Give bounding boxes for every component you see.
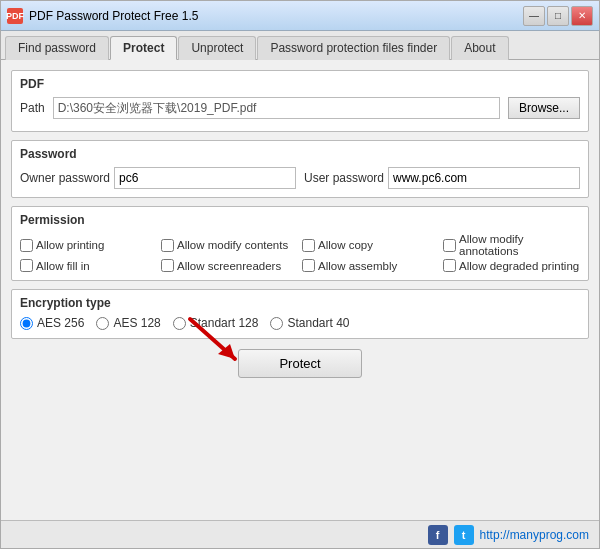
perm-allow-modify-annotations[interactable]: Allow modify annotations — [443, 233, 580, 257]
content-area: PDF Path Browse... Password Owner passwo… — [1, 60, 599, 520]
standart40-radio[interactable] — [270, 317, 283, 330]
password-section: Password Owner password User password — [11, 140, 589, 198]
twitter-icon[interactable]: t — [454, 525, 474, 545]
owner-password-label: Owner password — [20, 171, 110, 185]
perm-allow-degraded-printing[interactable]: Allow degraded printing — [443, 259, 580, 272]
allow-fill-in-checkbox[interactable] — [20, 259, 33, 272]
password-row: Owner password User password — [20, 167, 580, 189]
perm-allow-copy[interactable]: Allow copy — [302, 233, 439, 257]
tab-about[interactable]: About — [451, 36, 508, 60]
radio-standart40[interactable]: Standart 40 — [270, 316, 349, 330]
allow-modify-annotations-checkbox[interactable] — [443, 239, 456, 252]
tab-bar: Find password Protect Unprotect Password… — [1, 31, 599, 60]
radio-aes128[interactable]: AES 128 — [96, 316, 160, 330]
perm-allow-modify-contents[interactable]: Allow modify contents — [161, 233, 298, 257]
app-icon: PDF — [7, 8, 23, 24]
main-window: PDF PDF Password Protect Free 1.5 — □ ✕ … — [0, 0, 600, 549]
path-row: Path Browse... — [20, 97, 580, 119]
close-button[interactable]: ✕ — [571, 6, 593, 26]
user-password-input[interactable] — [388, 167, 580, 189]
tab-password-protection-finder[interactable]: Password protection files finder — [257, 36, 450, 60]
minimize-button[interactable]: — — [523, 6, 545, 26]
path-input[interactable] — [53, 97, 500, 119]
permission-section: Permission Allow printing Allow modify c… — [11, 206, 589, 281]
allow-printing-checkbox[interactable] — [20, 239, 33, 252]
protect-button-area: Protect — [11, 349, 589, 378]
encryption-row: AES 256 AES 128 Standart 128 Standart 40 — [20, 316, 580, 330]
tab-protect[interactable]: Protect — [110, 36, 177, 60]
window-title: PDF Password Protect Free 1.5 — [29, 9, 523, 23]
permission-section-title: Permission — [20, 213, 580, 227]
status-bar: f t http://manyprog.com — [1, 520, 599, 548]
aes128-radio[interactable] — [96, 317, 109, 330]
tab-find-password[interactable]: Find password — [5, 36, 109, 60]
protect-button[interactable]: Protect — [238, 349, 361, 378]
facebook-icon[interactable]: f — [428, 525, 448, 545]
title-bar: PDF PDF Password Protect Free 1.5 — □ ✕ — [1, 1, 599, 31]
pdf-section-title: PDF — [20, 77, 580, 91]
user-password-group: User password — [304, 167, 580, 189]
perm-allow-fill-in[interactable]: Allow fill in — [20, 259, 157, 272]
aes256-radio[interactable] — [20, 317, 33, 330]
user-password-label: User password — [304, 171, 384, 185]
browse-button[interactable]: Browse... — [508, 97, 580, 119]
password-section-title: Password — [20, 147, 580, 161]
allow-modify-contents-checkbox[interactable] — [161, 239, 174, 252]
perm-allow-assembly[interactable]: Allow assembly — [302, 259, 439, 272]
website-link[interactable]: http://manyprog.com — [480, 528, 589, 542]
window-controls: — □ ✕ — [523, 6, 593, 26]
pdf-section: PDF Path Browse... — [11, 70, 589, 132]
allow-screenreaders-checkbox[interactable] — [161, 259, 174, 272]
allow-assembly-checkbox[interactable] — [302, 259, 315, 272]
path-label: Path — [20, 101, 45, 115]
allow-copy-checkbox[interactable] — [302, 239, 315, 252]
maximize-button[interactable]: □ — [547, 6, 569, 26]
radio-aes256[interactable]: AES 256 — [20, 316, 84, 330]
owner-password-group: Owner password — [20, 167, 296, 189]
encryption-section-title: Encryption type — [20, 296, 580, 310]
encryption-section: Encryption type AES 256 AES 128 Standart… — [11, 289, 589, 339]
owner-password-input[interactable] — [114, 167, 296, 189]
tab-unprotect[interactable]: Unprotect — [178, 36, 256, 60]
perm-allow-screenreaders[interactable]: Allow screenreaders — [161, 259, 298, 272]
permission-grid: Allow printing Allow modify contents All… — [20, 233, 580, 272]
perm-allow-printing[interactable]: Allow printing — [20, 233, 157, 257]
allow-degraded-printing-checkbox[interactable] — [443, 259, 456, 272]
